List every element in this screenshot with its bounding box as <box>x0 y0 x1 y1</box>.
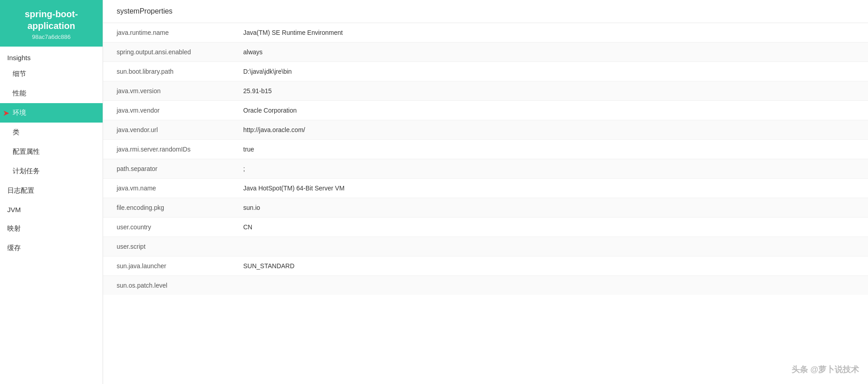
table-row: user.script <box>103 237 868 256</box>
property-value: 25.91-b15 <box>230 81 868 101</box>
sidebar-item-细节[interactable]: 细节 <box>0 64 103 84</box>
property-value: always <box>230 43 868 62</box>
table-row: path.separator ; <box>103 159 868 179</box>
property-key: java.vm.name <box>103 179 230 198</box>
arrow-icon: ➤ <box>3 109 9 117</box>
sidebar-item-label: 日志配置 <box>7 186 34 194</box>
sidebar-item-日志配置[interactable]: 日志配置 <box>0 181 103 200</box>
table-row: user.country CN <box>103 218 868 237</box>
sidebar-item-label: 配置属性 <box>13 147 40 155</box>
sidebar-item-label: 计划任务 <box>13 167 40 175</box>
table-row: sun.boot.library.path D:\java\jdk\jre\bi… <box>103 62 868 81</box>
sidebar-item-类[interactable]: 类 <box>0 123 103 142</box>
sidebar-item-label: 映射 <box>7 224 21 232</box>
sidebar-item-计划任务[interactable]: 计划任务 <box>0 161 103 181</box>
property-value: sun.io <box>230 198 868 218</box>
sidebar-item-映射[interactable]: 映射 <box>0 219 103 238</box>
property-key: file.encoding.pkg <box>103 198 230 218</box>
property-key: java.runtime.name <box>103 23 230 43</box>
section-title: systemProperties <box>103 0 868 23</box>
properties-table: java.runtime.name Java(TM) SE Runtime En… <box>103 23 868 295</box>
property-value: true <box>230 140 868 159</box>
app-id: 98ac7a6dc886 <box>5 33 98 40</box>
property-key: java.rmi.server.randomIDs <box>103 140 230 159</box>
sidebar-item-label: 缓存 <box>7 244 21 251</box>
sidebar-item-环境[interactable]: ➤ 环境 <box>0 103 103 123</box>
table-row: sun.os.patch.level <box>103 276 868 295</box>
property-value <box>230 276 868 295</box>
property-key: spring.output.ansi.enabled <box>103 43 230 62</box>
property-value <box>230 237 868 256</box>
sidebar: spring-boot-application 98ac7a6dc886 Ins… <box>0 0 103 384</box>
table-row: java.vendor.url http://java.oracle.com/ <box>103 120 868 140</box>
sidebar-item-label: 类 <box>13 128 19 136</box>
sidebar-item-label: JVM <box>7 206 21 213</box>
sidebar-item-label: 性能 <box>13 89 26 97</box>
property-key: user.script <box>103 237 230 256</box>
table-row: java.vm.version 25.91-b15 <box>103 81 868 101</box>
table-row: java.vm.vendor Oracle Corporation <box>103 101 868 120</box>
property-key: user.country <box>103 218 230 237</box>
property-key: path.separator <box>103 159 230 179</box>
property-key: java.vendor.url <box>103 120 230 140</box>
sidebar-item-label: 环境 <box>13 109 26 116</box>
table-row: java.rmi.server.randomIDs true <box>103 140 868 159</box>
property-value: http://java.oracle.com/ <box>230 120 868 140</box>
table-row: file.encoding.pkg sun.io <box>103 198 868 218</box>
property-key: sun.os.patch.level <box>103 276 230 295</box>
property-value: Oracle Corporation <box>230 101 868 120</box>
sidebar-item-缓存[interactable]: 缓存 <box>0 238 103 258</box>
table-row: java.runtime.name Java(TM) SE Runtime En… <box>103 23 868 43</box>
property-key: java.vm.vendor <box>103 101 230 120</box>
property-value: Java HotSpot(TM) 64-Bit Server VM <box>230 179 868 198</box>
table-row: sun.java.launcher SUN_STANDARD <box>103 256 868 276</box>
main-content: systemProperties java.runtime.name Java(… <box>103 0 868 384</box>
property-key: sun.boot.library.path <box>103 62 230 81</box>
property-value: D:\java\jdk\jre\bin <box>230 62 868 81</box>
table-row: spring.output.ansi.enabled always <box>103 43 868 62</box>
property-key: java.vm.version <box>103 81 230 101</box>
sidebar-item-label: 细节 <box>13 70 26 77</box>
property-value: SUN_STANDARD <box>230 256 868 276</box>
app-name: spring-boot-application <box>5 8 98 32</box>
property-value: ; <box>230 159 868 179</box>
property-value: Java(TM) SE Runtime Environment <box>230 23 868 43</box>
app-header: spring-boot-application 98ac7a6dc886 <box>0 0 103 47</box>
property-value: CN <box>230 218 868 237</box>
insights-label: Insights <box>0 47 103 64</box>
property-key: sun.java.launcher <box>103 256 230 276</box>
table-row: java.vm.name Java HotSpot(TM) 64-Bit Ser… <box>103 179 868 198</box>
sidebar-item-jvm[interactable]: JVM <box>0 200 103 219</box>
sidebar-item-配置属性[interactable]: 配置属性 <box>0 142 103 161</box>
sidebar-item-性能[interactable]: 性能 <box>0 84 103 103</box>
